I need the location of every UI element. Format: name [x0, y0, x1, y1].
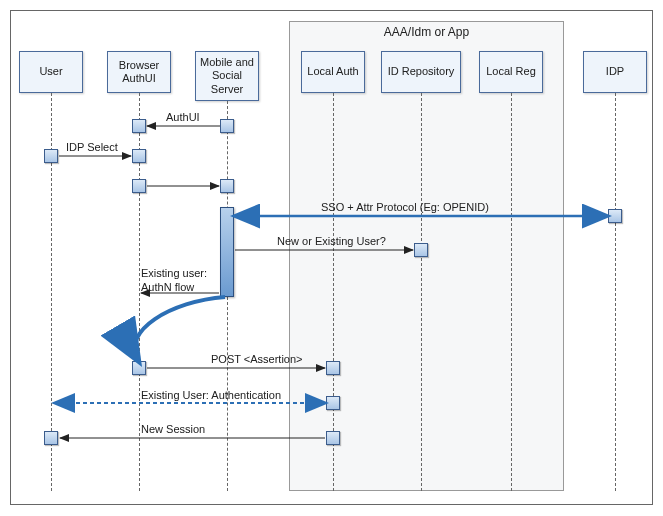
participant-label: Local Auth: [307, 65, 358, 78]
event-box: [326, 396, 340, 410]
aaa-group-label: AAA/Idm or App: [289, 25, 564, 39]
event-box: [220, 119, 234, 133]
activation-bar: [220, 207, 234, 297]
event-box: [326, 361, 340, 375]
participant-localauth: Local Auth: [301, 51, 365, 93]
event-box: [608, 209, 622, 223]
participant-label: Browser AuthUI: [110, 59, 168, 85]
msg-label-newsession: New Session: [141, 423, 205, 435]
msg-label-authui: AuthUI: [166, 111, 200, 123]
msg-label-newexist: New or Existing User?: [277, 235, 386, 247]
event-box: [132, 119, 146, 133]
msg-label-existauth: Existing User: Authentication: [141, 389, 281, 401]
participant-mss: Mobile and Social Server: [195, 51, 259, 101]
participant-localreg: Local Reg: [479, 51, 543, 93]
lifeline-idrepo: [421, 93, 422, 491]
msg-label-existl1: Existing user:: [141, 267, 207, 279]
participant-user: User: [19, 51, 83, 93]
event-box: [414, 243, 428, 257]
event-box: [220, 179, 234, 193]
lifeline-idp: [615, 93, 616, 491]
lifeline-localreg: [511, 93, 512, 491]
event-box: [132, 361, 146, 375]
diagram-container: AAA/Idm or App User Browser AuthUI Mobil…: [10, 10, 653, 505]
msg-label-existl2: AuthN flow: [141, 281, 194, 293]
participant-browser: Browser AuthUI: [107, 51, 171, 93]
participant-label: Mobile and Social Server: [198, 56, 256, 96]
msg-label-idpselect: IDP Select: [66, 141, 118, 153]
participant-label: ID Repository: [388, 65, 455, 78]
event-box: [44, 149, 58, 163]
participant-label: IDP: [606, 65, 624, 78]
participant-idrepo: ID Repository: [381, 51, 461, 93]
msg-label-sso: SSO + Attr Protocol (Eg: OPENID): [321, 201, 489, 213]
event-box: [132, 149, 146, 163]
participant-label: Local Reg: [486, 65, 536, 78]
msg-label-postassert: POST <Assertion>: [211, 353, 303, 365]
event-box: [326, 431, 340, 445]
event-box: [132, 179, 146, 193]
participant-idp: IDP: [583, 51, 647, 93]
participant-label: User: [39, 65, 62, 78]
event-box: [44, 431, 58, 445]
